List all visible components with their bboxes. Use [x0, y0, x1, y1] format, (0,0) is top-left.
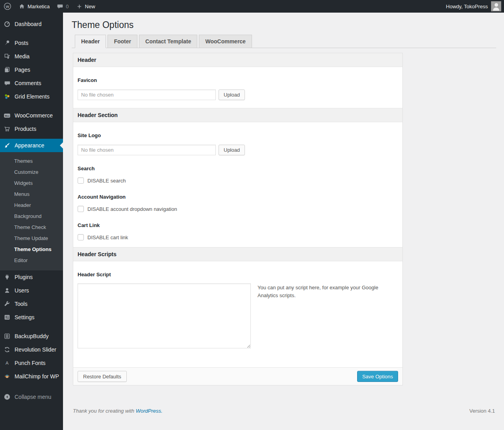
- tab-bar: Header Footer Contact Template WooCommer…: [72, 35, 496, 48]
- sidebar-item-products[interactable]: Products: [0, 122, 63, 136]
- sidebar-item-label: Products: [15, 126, 36, 132]
- wordpress-logo-icon: W: [4, 2, 11, 10]
- wp-footer: Thank you for creating with WordPress. V…: [72, 408, 496, 414]
- collapse-menu-button[interactable]: Collapse menu: [0, 390, 63, 404]
- favicon-file-input[interactable]: [78, 89, 216, 100]
- sidebar-item-comments[interactable]: Comments: [0, 76, 63, 90]
- collapse-arrow-icon: [3, 393, 11, 401]
- svg-text:Woo: Woo: [5, 115, 9, 117]
- monkey-icon: [3, 372, 11, 380]
- site-logo-file-input[interactable]: [78, 145, 216, 155]
- sidebar-separator: [0, 383, 63, 386]
- sidebar-item-label: Dashboard: [15, 21, 42, 27]
- sidebar-item-woocommerce[interactable]: Woo WooCommerce: [0, 109, 63, 122]
- tab-footer[interactable]: Footer: [107, 35, 137, 48]
- media-icon: [3, 52, 11, 60]
- disable-search-checkbox[interactable]: [78, 177, 84, 184]
- new-label: New: [85, 4, 95, 9]
- user-icon: [3, 287, 11, 294]
- plug-icon: [3, 273, 11, 281]
- wp-logo-button[interactable]: W: [0, 0, 15, 13]
- sidebar-item-punch-fonts[interactable]: A Punch Fonts: [0, 356, 63, 370]
- section-header-scripts: Header Scripts: [73, 247, 402, 261]
- page-title: Theme Options: [72, 13, 496, 35]
- favicon-upload-button[interactable]: Upload: [219, 89, 245, 100]
- new-content-button[interactable]: New: [72, 0, 99, 13]
- submenu-item-themes[interactable]: Themes: [0, 155, 63, 166]
- sidebar-item-label: Settings: [15, 314, 35, 320]
- wordpress-link[interactable]: WordPress.: [136, 408, 163, 414]
- sidebar-item-posts[interactable]: Posts: [0, 36, 63, 50]
- header-script-field: Header Script You can put any script her…: [73, 272, 402, 348]
- admin-bar: W Marketica 0 New Howdy, TokoPress: [0, 0, 504, 13]
- comments-icon: [3, 79, 11, 87]
- account-menu[interactable]: Howdy, TokoPress: [446, 4, 488, 9]
- letter-a-icon: A: [3, 359, 11, 367]
- cart-icon: [3, 125, 11, 133]
- tab-contact-template[interactable]: Contact Template: [139, 35, 197, 48]
- sidebar-item-media[interactable]: Media: [0, 50, 63, 63]
- save-options-button[interactable]: Save Options: [357, 371, 398, 382]
- sidebar-item-label: Tools: [15, 301, 28, 307]
- header-script-label: Header Script: [78, 272, 398, 278]
- sidebar-item-grid-elements[interactable]: Grid Elements: [0, 90, 63, 103]
- sidebar-item-backupbuddy[interactable]: BackupBuddy: [0, 329, 63, 343]
- sidebar-item-settings[interactable]: Settings: [0, 311, 63, 324]
- sidebar-item-dashboard[interactable]: Dashboard: [0, 17, 63, 31]
- sidebar-separator: [0, 31, 63, 36]
- header-script-textarea[interactable]: [78, 283, 251, 348]
- sidebar-item-pages[interactable]: Pages: [0, 63, 63, 76]
- sidebar-separator: [0, 136, 63, 139]
- collapse-menu-label: Collapse menu: [15, 394, 51, 400]
- sidebar-item-label: Revolution Slider: [15, 346, 56, 353]
- submenu-item-theme-update[interactable]: Theme Update: [0, 233, 63, 244]
- account-navigation-label: Account Navigation: [78, 194, 398, 200]
- site-logo-upload-button[interactable]: Upload: [219, 145, 245, 155]
- submenu-item-widgets[interactable]: Widgets: [0, 177, 63, 188]
- tab-woocommerce[interactable]: WooCommerce: [199, 35, 252, 48]
- disable-cart-link-checkbox[interactable]: [78, 234, 84, 240]
- disable-cart-link-label[interactable]: DISABLE cart link: [87, 235, 128, 240]
- tab-header[interactable]: Header: [75, 35, 106, 48]
- sidebar-item-revolution-slider[interactable]: Revolution Slider: [0, 343, 63, 356]
- svg-text:A: A: [6, 360, 9, 365]
- cart-link-label: Cart Link: [78, 222, 398, 229]
- comments-shortcut[interactable]: 0: [53, 0, 72, 13]
- search-field: Search DISABLE search: [73, 166, 402, 184]
- sidebar-item-label: Media: [15, 53, 30, 60]
- cart-link-field: Cart Link DISABLE cart link: [73, 222, 402, 240]
- submenu-item-theme-options[interactable]: Theme Options: [0, 244, 63, 255]
- submenu-item-theme-check[interactable]: Theme Check: [0, 222, 63, 233]
- theme-options-panel: Header Favicon Upload Header Section Sit…: [73, 53, 403, 385]
- disable-account-navigation-label[interactable]: DISABLE account dropdown navigation: [87, 206, 177, 212]
- avatar[interactable]: [491, 1, 501, 11]
- plus-icon: [76, 3, 83, 10]
- settings-icon: [3, 313, 11, 321]
- sidebar-item-label: Users: [15, 287, 29, 294]
- submenu-item-editor[interactable]: Editor: [0, 255, 63, 266]
- section-header-section: Header Section: [73, 108, 402, 122]
- svg-text:W: W: [6, 4, 9, 9]
- disable-search-label[interactable]: DISABLE search: [87, 178, 126, 184]
- sidebar-item-mailchimp[interactable]: MailChimp for WP: [0, 370, 63, 383]
- footer-thanks-text: Thank you for creating with WordPress.: [73, 408, 163, 414]
- sidebar-item-tools[interactable]: Tools: [0, 297, 63, 311]
- submenu-item-header[interactable]: Header: [0, 199, 63, 210]
- sidebar-item-plugins[interactable]: Plugins: [0, 270, 63, 284]
- sidebar-separator: [0, 103, 63, 109]
- submenu-item-background[interactable]: Background: [0, 210, 63, 222]
- submenu-item-customize[interactable]: Customize: [0, 166, 63, 177]
- site-logo-label: Site Logo: [78, 132, 398, 139]
- comment-bubble-icon: [57, 3, 63, 10]
- disable-account-navigation-checkbox[interactable]: [78, 206, 84, 212]
- restore-defaults-button[interactable]: Restore Defaults: [78, 371, 127, 382]
- admin-bar-right: Howdy, TokoPress: [446, 0, 504, 13]
- submenu-item-menus[interactable]: Menus: [0, 188, 63, 199]
- sidebar-item-label: Posts: [15, 40, 28, 46]
- site-name-link[interactable]: Marketica: [15, 0, 53, 13]
- sidebar-item-users[interactable]: Users: [0, 284, 63, 297]
- favicon-field: Favicon Upload: [73, 77, 402, 100]
- sidebar-item-appearance[interactable]: Appearance: [0, 139, 63, 152]
- sidebar-item-label: Pages: [15, 67, 30, 73]
- footer-thanks-prefix: Thank you for creating with: [73, 408, 136, 414]
